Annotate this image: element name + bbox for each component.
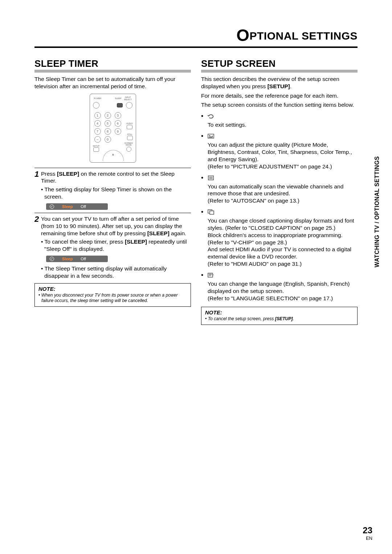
- step-1-text: Press [SLEEP] on the remote control to s…: [41, 170, 191, 185]
- setup-item-picture-desc: You can adjust the picture quality (Pict…: [208, 141, 358, 170]
- step-number-2: 2: [34, 215, 39, 223]
- remote-screen-button: [126, 147, 131, 152]
- setup-item-exit-desc: To exit settings.: [208, 121, 358, 129]
- page-lang: EN: [363, 535, 372, 541]
- left-column: SLEEP TIMER The Sleep Timer can be set t…: [34, 58, 191, 325]
- osd-label-1: Sleep: [62, 204, 73, 209]
- svg-rect-8: [208, 273, 213, 277]
- setup-p3: The setup screen consists of the functio…: [201, 101, 358, 109]
- remote-label-input: INPUT SELECT: [123, 96, 133, 101]
- remote-dpad: ▲: [103, 150, 124, 161]
- setup-item-lang: •: [201, 271, 358, 280]
- step-number-1: 1: [34, 170, 39, 178]
- step-2-bullet-1: To cancel the sleep timer, press [SLEEP]…: [41, 238, 191, 253]
- note-box-left: NOTE: When you disconnect your TV from i…: [34, 283, 191, 307]
- chapter-title: OPTIONAL SETTINGS: [34, 25, 358, 48]
- clock-icon: ✓: [50, 204, 54, 209]
- svg-point-1: [209, 135, 210, 136]
- remote-input-button: [126, 102, 132, 109]
- page-number-block: 23 EN: [363, 525, 372, 541]
- setup-item-lang-desc: You can change the language (English, Sp…: [208, 280, 358, 302]
- osd-display-2: ✓ Sleep Off: [46, 256, 108, 262]
- remote-num-6: 6: [115, 120, 121, 127]
- note-body-right: To cancel the setup screen, press [SETUP…: [205, 316, 354, 322]
- step-2-bullet-2: The Sleep Timer setting display will aut…: [41, 265, 191, 280]
- clock-icon: ✓: [50, 257, 54, 261]
- step-1-bullet: The setting display for Sleep Timer is s…: [41, 186, 191, 200]
- setup-item-picture: •: [201, 132, 358, 140]
- remote-power-button: [93, 102, 99, 109]
- remote-num-dash: –: [94, 136, 101, 143]
- section-heading-sleep: SLEEP TIMER: [34, 58, 191, 73]
- setup-p2: For more details, see the reference page…: [201, 92, 358, 99]
- osd-value-2: Off: [81, 257, 86, 261]
- remote-label-audio: AUDIO: [126, 122, 132, 125]
- osd-display-1: ✓ Sleep Off: [46, 203, 108, 210]
- remote-num-4: 4: [94, 120, 101, 127]
- channel-icon: [207, 175, 215, 181]
- step-2: 2 You can set your TV to turn off after …: [34, 213, 191, 280]
- setup-p1: This section describes the overview of t…: [201, 76, 358, 90]
- setup-item-exit: •: [201, 112, 358, 121]
- remote-setup-button: [93, 147, 99, 152]
- note-box-right: NOTE: To cancel the setup screen, press …: [201, 307, 358, 325]
- remote-num-2: 2: [105, 112, 111, 119]
- remote-num-1: 1: [94, 112, 101, 119]
- sleep-intro: The Sleep Timer can be set to automatica…: [34, 76, 191, 90]
- remote-label-screen: SCREEN MODE: [124, 142, 134, 146]
- chapter-title-dropcap: O: [236, 26, 249, 45]
- remote-label-sleep: SLEEP: [113, 97, 123, 99]
- step-2-text: You can set your TV to turn off after a …: [41, 215, 191, 237]
- page-content: OPTIONAL SETTINGS SLEEP TIMER The Sleep …: [34, 25, 358, 325]
- remote-audio-button: [127, 125, 132, 129]
- setup-item-caption-desc: You can change closed captioning display…: [208, 217, 358, 268]
- exit-icon: [207, 113, 215, 119]
- remote-illustration: POWER SLEEP INPUT SELECT 1 2 3: [90, 94, 136, 163]
- svg-rect-7: [209, 211, 213, 215]
- remote-num-0: 0: [105, 136, 111, 143]
- language-icon: [207, 272, 215, 278]
- remote-label-setup: SETUP: [93, 145, 99, 147]
- setup-item-channel-desc: You can automatically scan the viewable …: [208, 183, 358, 204]
- section-heading-setup: SETUP SCREEN: [201, 58, 358, 73]
- note-body-left: When you disconnect your TV from its pow…: [38, 293, 187, 304]
- chapter-title-text: PTIONAL SETTINGS: [250, 30, 358, 42]
- remote-num-5: 5: [105, 120, 111, 127]
- page-number: 23: [363, 525, 372, 535]
- caption-icon: [207, 209, 215, 215]
- remote-num-8: 8: [105, 128, 111, 135]
- two-column-layout: SLEEP TIMER The Sleep Timer can be set t…: [34, 58, 358, 325]
- side-tab: WATCHING TV / OPTIONAL SETTINGS: [374, 156, 380, 267]
- remote-num-9: 9: [115, 128, 121, 135]
- setup-item-caption: •: [201, 208, 358, 216]
- note-title-left: NOTE:: [38, 286, 187, 292]
- remote-still-button: [127, 136, 133, 140]
- picture-icon: [207, 133, 215, 139]
- osd-label-2: Sleep: [62, 257, 73, 261]
- setup-item-channel: •: [201, 174, 358, 182]
- right-column: SETUP SCREEN This section describes the …: [201, 58, 358, 325]
- remote-label-still: STILL: [127, 133, 133, 135]
- note-title-right: NOTE:: [205, 309, 354, 315]
- remote-sleep-button: [117, 103, 123, 107]
- step-1: 1 Press [SLEEP] on the remote control to…: [34, 168, 191, 210]
- remote-num-3: 3: [115, 112, 121, 119]
- remote-label-power: POWER: [93, 97, 103, 99]
- osd-value-1: Off: [81, 204, 86, 209]
- remote-num-7: 7: [94, 128, 101, 135]
